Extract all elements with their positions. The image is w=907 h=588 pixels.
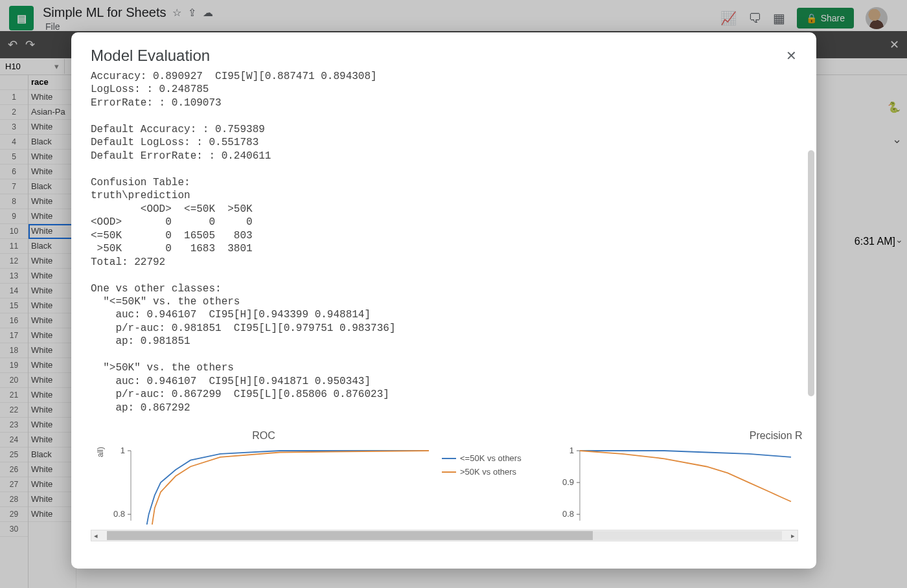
row-header[interactable]: 5 <box>0 150 28 164</box>
trend-icon[interactable]: 📈 <box>720 10 737 26</box>
cell[interactable]: White <box>29 164 76 179</box>
row-header[interactable]: 23 <box>0 418 28 433</box>
comment-icon[interactable]: 🗨 <box>748 11 761 26</box>
row-header[interactable]: 2 <box>0 105 28 120</box>
name-box[interactable]: H10 ▾ <box>0 59 65 74</box>
legend-gt50k-label: >50K vs others <box>460 467 516 477</box>
hscroll-right-arrow-icon[interactable]: ▸ <box>788 532 798 540</box>
row-header[interactable]: 20 <box>0 373 28 388</box>
cell[interactable]: Black <box>29 135 76 150</box>
row-header[interactable]: 15 <box>0 299 28 313</box>
row-header[interactable]: 24 <box>0 433 28 447</box>
legend-line-gt50k-icon <box>442 471 456 473</box>
cell[interactable]: White <box>29 194 76 209</box>
cell[interactable]: White <box>29 313 76 328</box>
cell[interactable]: White <box>29 388 76 403</box>
cell[interactable]: White <box>29 358 76 373</box>
cell[interactable]: Black <box>29 179 76 194</box>
sheets-logo-icon: ▤ <box>9 6 34 30</box>
row-header[interactable]: 8 <box>0 194 28 209</box>
row-header[interactable]: 21 <box>0 388 28 403</box>
side-dropdown-icon[interactable]: ⌄ <box>892 132 902 146</box>
side-time-drop-icon[interactable]: ⌄ <box>895 234 903 245</box>
cell[interactable]: White <box>29 328 76 343</box>
present-icon[interactable]: ▦ <box>773 10 785 26</box>
row-header[interactable]: 16 <box>0 313 28 328</box>
row-header[interactable]: 4 <box>0 135 28 150</box>
cell[interactable]: White <box>29 373 76 388</box>
roc-chart: 0.81 <box>108 447 431 525</box>
horizontal-scrollbar[interactable]: ◂ ▸ <box>91 530 798 541</box>
row-header[interactable]: 9 <box>0 209 28 224</box>
cell[interactable]: White <box>29 269 76 284</box>
row-header[interactable]: 27 <box>0 477 28 492</box>
cell[interactable]: White <box>29 492 76 507</box>
row-header[interactable]: 25 <box>0 447 28 462</box>
row-header[interactable]: 6 <box>0 164 28 179</box>
cell[interactable]: Black <box>29 239 76 254</box>
cell[interactable]: White <box>29 150 76 164</box>
document-title[interactable]: Simple ML for Sheets <box>43 5 166 20</box>
roc-chart-block: ROC all) 0.81 <box>96 430 522 525</box>
row-header[interactable]: 1 <box>0 90 28 105</box>
pr-chart-block: Precision R 0.80.91 <box>560 430 794 525</box>
row-header[interactable]: 26 <box>0 462 28 477</box>
row-header[interactable]: 14 <box>0 284 28 299</box>
row-header[interactable]: 13 <box>0 269 28 284</box>
undo-icon[interactable]: ↶ <box>8 38 17 52</box>
row-header[interactable]: 3 <box>0 120 28 135</box>
row-header[interactable]: 28 <box>0 492 28 507</box>
row-header[interactable]: 18 <box>0 343 28 358</box>
menu-file[interactable]: File <box>45 21 60 32</box>
cell[interactable]: White <box>29 418 76 433</box>
row-header[interactable]: 29 <box>0 507 28 522</box>
row-header[interactable]: 19 <box>0 358 28 373</box>
cell[interactable]: White <box>29 224 76 239</box>
row-header[interactable]: 30 <box>0 522 28 537</box>
row-header[interactable]: 22 <box>0 403 28 418</box>
cell[interactable]: White <box>29 433 76 447</box>
legend-le50k-label: <=50K vs others <box>460 453 522 463</box>
star-icon[interactable]: ☆ <box>172 6 181 19</box>
svg-text:1: 1 <box>569 447 573 455</box>
dialog-title: Model Evaluation <box>91 47 210 65</box>
cell[interactable]: White <box>29 284 76 299</box>
svg-text:0.9: 0.9 <box>562 477 574 487</box>
cell[interactable]: White <box>29 507 76 522</box>
redo-icon[interactable]: ↷ <box>25 38 35 52</box>
account-avatar[interactable] <box>866 7 888 29</box>
cell[interactable]: Asian-Pa <box>29 105 76 120</box>
close-icon[interactable]: ✕ <box>786 48 797 63</box>
evaluation-text: Accuracy: 0.890927 CI95[W][0.887471 0.89… <box>91 70 798 414</box>
row-header[interactable]: 12 <box>0 254 28 269</box>
cell[interactable]: White <box>29 209 76 224</box>
cloud-icon[interactable]: ☁ <box>203 6 213 19</box>
cell[interactable]: White <box>29 462 76 477</box>
title-bar: ▤ Simple ML for Sheets ☆ ⇪ ☁ File 📈 🗨 ▦ … <box>0 0 907 31</box>
cell[interactable]: White <box>29 343 76 358</box>
row-header[interactable]: 11 <box>0 239 28 254</box>
legend-le50k: <=50K vs others <box>442 453 522 463</box>
side-timestamp: 6:31 AM] <box>855 236 895 247</box>
move-icon[interactable]: ⇪ <box>188 6 196 19</box>
roc-chart-title: ROC <box>252 430 275 442</box>
hscroll-thumb[interactable] <box>107 531 593 540</box>
cell[interactable]: White <box>29 403 76 418</box>
hscroll-track[interactable] <box>107 531 782 540</box>
row-header[interactable]: 17 <box>0 328 28 343</box>
row-header[interactable]: 10 <box>0 224 28 239</box>
cell[interactable]: White <box>29 90 76 105</box>
dialog-body[interactable]: Accuracy: 0.890927 CI95[W][0.887471 0.89… <box>71 70 816 569</box>
pr-chart-title: Precision R <box>750 430 803 442</box>
toolbar-close-icon[interactable]: ✕ <box>890 38 899 52</box>
cell[interactable]: White <box>29 254 76 269</box>
share-button[interactable]: 🔒 Share <box>797 8 854 28</box>
hscroll-left-arrow-icon[interactable]: ◂ <box>91 532 100 540</box>
cell[interactable]: White <box>29 477 76 492</box>
vertical-scrollbar-thumb[interactable] <box>808 150 814 396</box>
cell[interactable]: White <box>29 120 76 135</box>
cell[interactable]: Black <box>29 447 76 462</box>
cell-header[interactable]: race <box>29 75 76 90</box>
cell[interactable]: White <box>29 299 76 313</box>
row-header[interactable]: 7 <box>0 179 28 194</box>
